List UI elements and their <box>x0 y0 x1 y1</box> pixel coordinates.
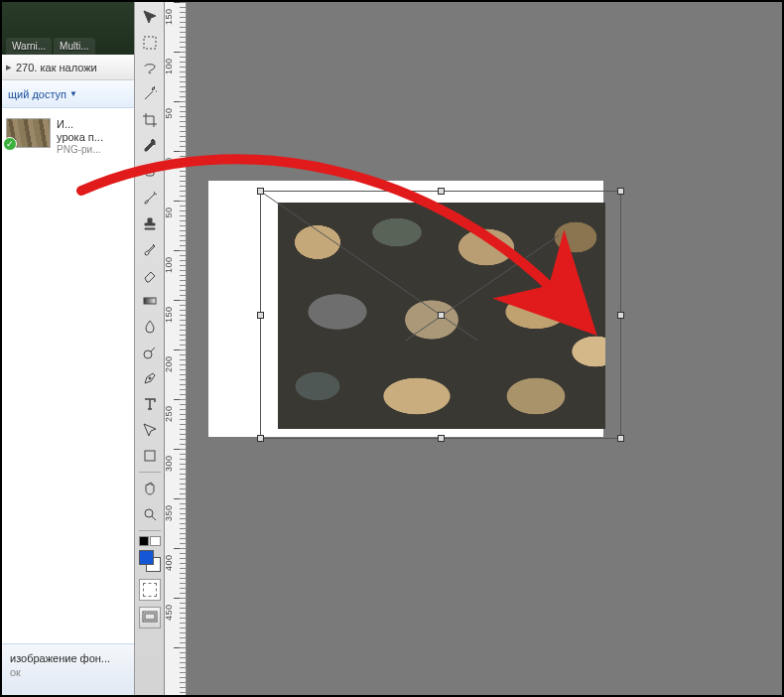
transform-diagonals <box>261 192 559 341</box>
transform-handle[interactable] <box>257 312 264 319</box>
path-tool[interactable] <box>138 418 162 442</box>
svg-line-10 <box>261 192 559 341</box>
ruler-label: 2 5 0 <box>165 407 174 422</box>
svg-point-3 <box>144 350 152 358</box>
details-sub: ок <box>10 666 128 678</box>
gradient-tool[interactable] <box>138 289 162 313</box>
quickmask-toggle[interactable] <box>139 579 161 601</box>
shape-tool[interactable] <box>138 444 162 468</box>
file-type: PNG-ри... <box>57 144 103 155</box>
blur-tool[interactable] <box>138 315 162 339</box>
ruler-label: 0 <box>165 159 174 163</box>
zoom-tool[interactable] <box>138 502 162 526</box>
ruler-label: 1 0 0 <box>165 60 174 74</box>
transform-bounding-box[interactable] <box>260 191 621 439</box>
explorer-tabs: Warni... Multi... <box>2 2 134 55</box>
share-label: щий доступ <box>8 88 66 100</box>
ruler-label: 3 0 0 <box>165 457 174 472</box>
history-brush-tool[interactable] <box>138 237 162 261</box>
brush-tool[interactable] <box>138 186 162 209</box>
svg-point-6 <box>145 509 153 517</box>
transform-handle[interactable] <box>617 312 624 319</box>
transform-handle[interactable] <box>257 188 264 195</box>
type-tool[interactable] <box>138 392 162 416</box>
eraser-tool[interactable] <box>138 263 162 287</box>
svg-rect-0 <box>144 37 156 49</box>
breadcrumb[interactable]: ▸ 270. как наложи <box>2 55 134 80</box>
transform-handle[interactable] <box>617 435 624 442</box>
list-item[interactable]: ✓ И... урока п... PNG-ри... <box>6 118 130 155</box>
ruler-label: 4 0 0 <box>165 556 174 571</box>
screenmode-toggle[interactable] <box>139 607 161 628</box>
file-name-line: И... <box>57 118 103 131</box>
ruler-label: 1 5 0 <box>165 308 174 323</box>
transform-handle[interactable] <box>438 312 445 319</box>
foreground-color[interactable] <box>139 550 154 565</box>
details-pane: изображение фон... ок <box>2 643 134 695</box>
svg-rect-5 <box>145 451 155 461</box>
transform-handle[interactable] <box>617 188 624 195</box>
hand-tool[interactable] <box>138 477 162 500</box>
eyedropper-tool[interactable] <box>138 134 162 158</box>
stamp-tool[interactable] <box>138 211 162 235</box>
ruler-label: 1 5 0 <box>165 10 174 25</box>
color-swatches[interactable] <box>138 549 162 573</box>
ruler-label: 5 0 <box>165 109 174 119</box>
default-colors-icon[interactable] <box>139 536 161 546</box>
details-title: изображение фон... <box>10 652 128 664</box>
ruler-label: 3 5 0 <box>165 506 174 521</box>
tab-warning[interactable]: Warni... <box>6 38 52 55</box>
tab-multi[interactable]: Multi... <box>54 38 94 55</box>
svg-point-4 <box>149 377 151 379</box>
lasso-tool[interactable] <box>138 57 162 80</box>
healing-tool[interactable] <box>138 160 162 184</box>
svg-rect-2 <box>144 298 156 304</box>
vertical-ruler[interactable]: 1 5 0 1 0 0 5 0 0 5 0 1 0 0 1 5 0 2 0 0 … <box>165 2 187 695</box>
dodge-tool[interactable] <box>138 341 162 364</box>
ruler-label: 4 5 0 <box>165 606 174 621</box>
wand-tool[interactable] <box>138 82 162 106</box>
checkmark-icon: ✓ <box>3 137 17 151</box>
ruler-label: 2 0 0 <box>165 357 174 372</box>
toolbox <box>135 2 165 695</box>
file-explorer-panel: Warni... Multi... ▸ 270. как наложи щий … <box>2 2 135 695</box>
breadcrumb-label: 270. как наложи <box>16 62 97 73</box>
file-name-line: урока п... <box>57 131 103 144</box>
pen-tool[interactable] <box>138 366 162 390</box>
crop-tool[interactable] <box>138 108 162 132</box>
chevron-right-icon: ▸ <box>6 61 12 73</box>
transform-handle[interactable] <box>438 435 445 442</box>
marquee-tool[interactable] <box>138 31 162 55</box>
move-tool[interactable] <box>138 5 162 29</box>
svg-rect-8 <box>145 614 155 620</box>
transform-handle[interactable] <box>438 188 445 195</box>
file-list: ✓ И... урока п... PNG-ри... <box>2 108 134 159</box>
chevron-down-icon: ▼ <box>69 89 77 98</box>
ruler-label: 1 0 0 <box>165 258 174 273</box>
ruler-label: 5 0 <box>165 209 174 218</box>
file-thumbnail: ✓ <box>6 118 51 148</box>
share-dropdown[interactable]: щий доступ ▼ <box>2 80 134 108</box>
transform-handle[interactable] <box>257 435 264 442</box>
